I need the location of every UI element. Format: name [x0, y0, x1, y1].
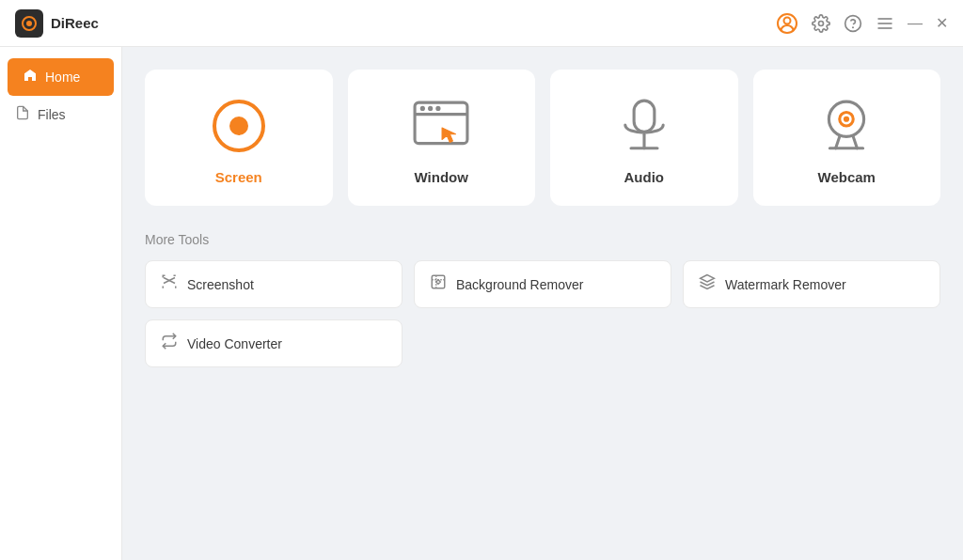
webcam-label: Webcam: [818, 169, 876, 185]
watermark-remover-label: Watermark Remover: [725, 277, 846, 292]
watermark-remover-icon: [699, 273, 716, 295]
webcam-card-icon: [816, 96, 876, 156]
app-name: DiReec: [51, 15, 99, 31]
screen-card-icon: [209, 96, 269, 156]
home-icon: [23, 68, 38, 86]
app-logo-icon: [22, 16, 37, 31]
audio-label: Audio: [624, 169, 665, 185]
titlebar-actions: — ✕: [776, 12, 948, 35]
svg-point-9: [229, 117, 248, 135]
svg-point-12: [420, 106, 425, 111]
titlebar-left: DiReec: [15, 9, 99, 38]
webcam-card[interactable]: Webcam: [753, 70, 941, 206]
window-card-icon: [411, 96, 471, 156]
files-icon: [15, 105, 30, 124]
tools-grid: Screenshot Background Remover: [145, 260, 940, 367]
screen-label: Screen: [215, 169, 262, 185]
audio-card-icon: [614, 96, 674, 156]
menu-icon[interactable]: [876, 14, 894, 33]
sidebar-files-label: Files: [38, 107, 66, 122]
titlebar: DiReec: [0, 0, 963, 47]
main-layout: Home Files Scre: [0, 47, 963, 560]
sidebar-item-home[interactable]: Home: [8, 58, 114, 96]
svg-point-2: [819, 21, 824, 25]
svg-rect-15: [634, 101, 655, 132]
minimize-button[interactable]: —: [908, 15, 923, 32]
watermark-remover-tool[interactable]: Watermark Remover: [683, 260, 940, 308]
more-tools-section: More Tools Screenshot: [145, 232, 940, 367]
svg-point-14: [436, 106, 441, 111]
settings-icon[interactable]: [812, 14, 830, 33]
content-area: Screen Window: [122, 47, 963, 560]
svg-point-20: [844, 117, 849, 122]
screenshot-label: Screenshot: [187, 277, 254, 292]
close-button[interactable]: ✕: [936, 14, 948, 32]
window-label: Window: [415, 169, 468, 185]
profile-icon[interactable]: [776, 12, 798, 35]
svg-point-13: [428, 106, 433, 111]
svg-rect-24: [432, 275, 445, 288]
video-converter-tool[interactable]: Video Converter: [145, 319, 403, 367]
svg-point-1: [784, 17, 791, 23]
video-converter-icon: [161, 333, 178, 354]
background-remover-label: Background Remover: [456, 277, 583, 292]
more-tools-title: More Tools: [145, 232, 940, 247]
video-converter-label: Video Converter: [187, 336, 282, 351]
screen-card[interactable]: Screen: [145, 70, 333, 206]
background-remover-icon: [430, 273, 447, 295]
sidebar-home-label: Home: [45, 70, 80, 85]
sidebar: Home Files: [0, 47, 122, 560]
audio-card[interactable]: Audio: [550, 70, 738, 206]
background-remover-tool[interactable]: Background Remover: [414, 260, 671, 308]
sidebar-item-files[interactable]: Files: [0, 96, 121, 133]
screenshot-icon: [161, 273, 178, 295]
recording-cards: Screen Window: [145, 70, 940, 206]
help-icon[interactable]: [844, 14, 862, 33]
app-logo: [15, 9, 43, 38]
window-card[interactable]: Window: [348, 70, 536, 206]
screenshot-tool[interactable]: Screenshot: [145, 260, 403, 308]
